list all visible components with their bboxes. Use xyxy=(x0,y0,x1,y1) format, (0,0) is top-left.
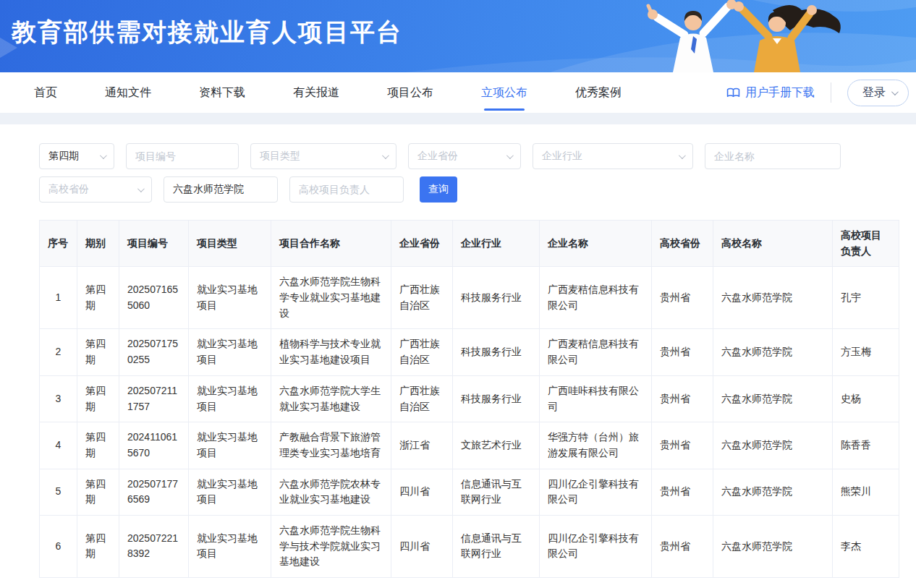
search-button[interactable]: 查询 xyxy=(420,176,457,203)
nav-item-2[interactable]: 通知文件 xyxy=(105,72,151,113)
section-divider-strip xyxy=(0,113,916,124)
table-cell: 方玉梅 xyxy=(833,329,899,375)
table-cell: 6 xyxy=(40,515,77,577)
chevron-down-icon xyxy=(679,152,686,159)
company-industry-select[interactable]: 企业行业 xyxy=(533,143,693,169)
table-row: 1第四期2025071655060就业实习基地项目六盘水师范学院生物科学专业就业… xyxy=(40,267,899,329)
column-header-4: 项目类型 xyxy=(189,221,271,267)
content-area: 第四期 项目类型 企业省份 企业行业 高校省份 查询 xyxy=(0,124,916,578)
table-cell: 四川省 xyxy=(391,515,453,577)
table-cell: 孔宇 xyxy=(833,267,899,329)
filter-row-1: 第四期 项目类型 企业省份 企业行业 xyxy=(39,143,899,169)
column-header-11: 高校项目负责人 xyxy=(833,221,899,267)
table-row: 5第四期2025071776569就业实习基地项目六盘水师范学院农林专业就业实习… xyxy=(40,469,899,515)
app-header: 教育部供需对接就业育人项目平台 xyxy=(0,0,916,72)
table-cell: 六盘水师范学院 xyxy=(713,515,833,577)
table-cell: 第四期 xyxy=(77,329,119,375)
school-name-input[interactable] xyxy=(164,176,278,203)
company-industry-placeholder: 企业行业 xyxy=(542,150,582,163)
nav-item-1[interactable]: 首页 xyxy=(34,72,57,113)
table-cell: 贵州省 xyxy=(652,469,713,515)
nav-right: 用户手册下载 登录 xyxy=(726,80,909,106)
nav-item-5[interactable]: 项目公布 xyxy=(387,72,433,113)
user-manual-download-link[interactable]: 用户手册下载 xyxy=(726,85,815,101)
table-cell: 六盘水师范学院生物科学专业就业实习基地建设 xyxy=(271,267,391,329)
table-cell: 第四期 xyxy=(77,422,119,469)
column-header-7: 企业行业 xyxy=(453,221,540,267)
table-cell: 第四期 xyxy=(77,267,119,329)
page-title: 教育部供需对接就业育人项目平台 xyxy=(12,16,402,49)
table-cell: 贵州省 xyxy=(652,267,713,329)
school-province-select[interactable]: 高校省份 xyxy=(39,176,152,203)
company-province-select[interactable]: 企业省份 xyxy=(408,143,521,169)
project-type-select[interactable]: 项目类型 xyxy=(250,143,396,169)
table-cell: 就业实习基地项目 xyxy=(189,469,271,515)
nav-items: 首页通知文件资料下载有关报道项目公布立项公布优秀案例 xyxy=(34,72,622,113)
table-cell: 六盘水师范学院 xyxy=(713,329,833,375)
table-cell: 信息通讯与互联网行业 xyxy=(453,469,540,515)
project-type-placeholder: 项目类型 xyxy=(260,150,300,163)
table-cell: 六盘水师范学院大学生就业实习基地建设 xyxy=(271,375,391,422)
column-header-8: 企业名称 xyxy=(540,221,652,267)
table-cell: 产教融合背景下旅游管理类专业实习基地培育 xyxy=(271,422,391,469)
book-icon xyxy=(726,87,740,99)
login-button[interactable]: 登录 xyxy=(847,80,909,106)
table-cell: 熊荣川 xyxy=(833,469,899,515)
table-cell: 2025071776569 xyxy=(119,469,189,515)
table-cell: 2024110615670 xyxy=(119,422,189,469)
table-cell: 就业实习基地项目 xyxy=(189,267,271,329)
table-cell: 信息通讯与互联网行业 xyxy=(453,515,540,577)
table-cell: 六盘水师范学院生物科学与技术学院就业实习基地建设 xyxy=(271,515,391,577)
header-illustration-people xyxy=(618,0,864,72)
column-header-5: 项目合作名称 xyxy=(271,221,391,267)
nav-item-6[interactable]: 立项公布 xyxy=(481,72,527,113)
school-leader-input[interactable] xyxy=(289,176,404,203)
nav-item-4[interactable]: 有关报道 xyxy=(293,72,339,113)
table-cell: 科技服务行业 xyxy=(453,375,540,422)
project-number-input[interactable] xyxy=(126,143,239,169)
table-cell: 广西哇咔科技有限公司 xyxy=(540,375,652,422)
table-cell: 广西壮族自治区 xyxy=(391,329,453,375)
chevron-down-icon xyxy=(100,152,107,159)
nav-item-7[interactable]: 优秀案例 xyxy=(575,72,622,113)
table-cell: 贵州省 xyxy=(652,375,713,422)
table-cell: 贵州省 xyxy=(652,329,713,375)
school-province-placeholder: 高校省份 xyxy=(48,183,89,196)
column-header-3: 项目编号 xyxy=(119,221,189,267)
main-nav: 首页通知文件资料下载有关报道项目公布立项公布优秀案例 用户手册下载 登录 xyxy=(0,72,916,113)
table-cell: 广西麦秸信息科技有限公司 xyxy=(540,329,652,375)
table-cell: 六盘水师范学院 xyxy=(713,267,833,329)
table-cell: 1 xyxy=(40,267,77,329)
table-cell: 四川省 xyxy=(391,469,453,515)
table-cell: 第四期 xyxy=(77,469,119,515)
table-row: 4第四期2024110615670就业实习基地项目产教融合背景下旅游管理类专业实… xyxy=(40,422,899,469)
period-select-value: 第四期 xyxy=(48,150,79,163)
login-label: 登录 xyxy=(862,85,886,101)
table-row: 3第四期2025072111757就业实习基地项目六盘水师范学院大学生就业实习基… xyxy=(40,375,899,422)
period-select[interactable]: 第四期 xyxy=(39,143,114,169)
filter-row-2: 高校省份 查询 xyxy=(39,176,899,203)
table-cell: 陈香香 xyxy=(833,422,899,469)
table-cell: 李杰 xyxy=(833,515,899,577)
table-cell: 四川亿企引擎科技有限公司 xyxy=(540,515,652,577)
column-header-6: 企业省份 xyxy=(391,221,453,267)
table-cell: 广西壮族自治区 xyxy=(391,267,453,329)
table-cell: 六盘水师范学院 xyxy=(713,422,833,469)
table-cell: 植物科学与技术专业就业实习基地建设项目 xyxy=(271,329,391,375)
table-cell: 5 xyxy=(40,469,77,515)
table-body: 1第四期2025071655060就业实习基地项目六盘水师范学院生物科学专业就业… xyxy=(40,267,899,578)
table-cell: 2025072111757 xyxy=(119,375,189,422)
table-cell: 贵州省 xyxy=(652,515,713,577)
column-header-9: 高校省份 xyxy=(652,221,713,267)
table-cell: 广西壮族自治区 xyxy=(391,375,453,422)
projects-table-wrap: 序号期别项目编号项目类型项目合作名称企业省份企业行业企业名称高校省份高校名称高校… xyxy=(39,220,899,578)
column-header-2: 期别 xyxy=(77,221,119,267)
table-cell: 六盘水师范学院农林专业就业实习基地建设 xyxy=(271,469,391,515)
table-cell: 就业实习基地项目 xyxy=(189,375,271,422)
company-name-input[interactable] xyxy=(705,143,841,169)
projects-table: 序号期别项目编号项目类型项目合作名称企业省份企业行业企业名称高校省份高校名称高校… xyxy=(39,220,899,578)
nav-item-3[interactable]: 资料下载 xyxy=(199,72,245,113)
chevron-down-icon xyxy=(137,185,145,192)
table-cell: 六盘水师范学院 xyxy=(713,469,833,515)
table-cell: 2025071750255 xyxy=(119,329,189,375)
